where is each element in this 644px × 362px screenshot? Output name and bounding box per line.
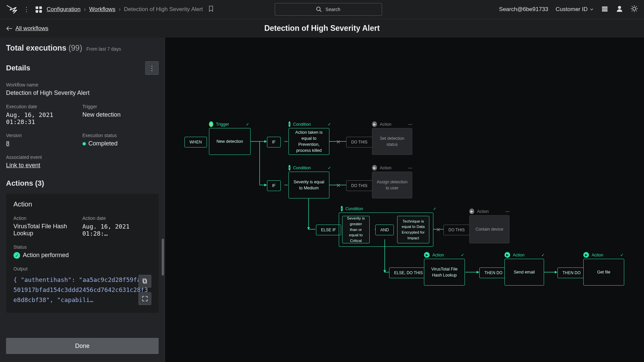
svg-point-5 [618,6,621,9]
expand-output-button[interactable] [139,292,151,305]
exec-status-label: Execution status [83,133,159,138]
node-cond3b[interactable]: Technique is equal to Data Encrypted for… [397,216,429,243]
node-header-cond1: ≡ Condition ✓ [288,121,329,127]
global-search-input[interactable]: Search [275,3,382,16]
node-header-cond2: ≡ Condition ✓ [288,165,329,171]
then-do-pill-1[interactable]: THEN DO [479,267,507,278]
action-icon: ▶ [424,252,430,258]
brand-logo-icon[interactable] [6,5,17,14]
status-dot-icon [83,142,86,145]
top-menu-dots-icon[interactable]: ⋮ [22,6,31,13]
search-icon [316,6,322,12]
do-this-pill-1[interactable]: DO THIS [346,137,372,147]
x-icon: ✕ [336,139,340,145]
dash-icon: — [505,209,509,214]
done-button[interactable]: Done [6,338,159,354]
condition-icon: ≡ [341,206,343,212]
condition-icon: ≡ [288,165,290,171]
page-header-bar: All workflows Detection of High Severity… [0,19,644,38]
check-icon: ✓ [246,122,249,127]
action-icon: ▶ [372,121,377,127]
exec-status-value: Completed [83,140,159,147]
theme-toggle-icon[interactable] [631,5,638,14]
node-header-act2: ▶ Action — [372,165,412,171]
bolt-icon: ⚡ [209,121,213,127]
bookmark-icon[interactable] [208,6,214,13]
back-link[interactable]: All workflows [6,25,48,32]
customer-id-dropdown[interactable]: Customer ID [556,6,594,13]
user-avatar-icon[interactable] [616,5,623,14]
details-sidebar: Total executions (99) From last 7 days D… [0,38,165,362]
do-this-pill-3[interactable]: DO THIS [443,225,470,235]
svg-line-11 [632,6,633,7]
node-cond2[interactable]: Severity is equal to Medium [288,172,329,198]
version-label: Version [6,133,83,138]
check-icon: ✓ [433,206,436,211]
node-header-act5: ▶ Action ✓ [504,252,545,258]
details-heading: Details [6,64,30,72]
copy-output-button[interactable] [139,275,151,288]
workflow-name-value: Detection of High Severity Alert [6,89,159,97]
node-act5[interactable]: Send email [504,259,544,286]
svg-rect-4 [602,10,608,11]
node-header-trigger: ⚡ Trigger ✓ [209,121,249,127]
node-header-cond3: ≡ Condition ✓ [341,206,431,212]
node-act1[interactable]: Set detection status [372,128,412,155]
and-pill[interactable]: AND [375,225,394,235]
svg-point-0 [317,7,320,11]
node-header-act3: ▶ Action — [469,208,509,214]
else-do-this-pill[interactable]: ELSE, DO THIS [389,267,428,278]
check-icon: ✓ [461,253,464,257]
svg-marker-37 [383,270,386,273]
scrollbar-thumb[interactable] [162,239,164,276]
then-do-pill-2[interactable]: THEN DO [557,267,586,278]
node-header-act6: ▶ Action ✓ [583,252,624,258]
node-act3[interactable]: Contain device [469,215,509,243]
node-cond1[interactable]: Action taken is equal to Prevention, pro… [288,128,329,155]
chevron-right-icon: › [119,6,121,13]
top-right-controls: Search@6be91733 Customer ID [499,5,638,14]
total-executions: Total executions (99) From last 7 days [6,44,159,53]
svg-marker-41 [477,271,479,274]
node-cond3a[interactable]: Severity is greater than or equal to Cri… [342,216,370,243]
workflow-name-label: Workflow name [6,82,159,87]
svg-marker-44 [555,271,557,274]
connectors [165,38,644,362]
condition-icon: ≡ [288,121,290,127]
top-bar: ⋮ Configuration › Workflows › Detection … [0,0,644,19]
action-icon: ▶ [583,252,589,258]
action-card: Action Action VirusTotal File Hash Looku… [6,194,159,313]
action-icon: ▶ [469,208,474,214]
action-icon: ▶ [372,165,377,171]
x-icon: ✕ [336,182,340,189]
search-context-label: Search@6be91733 [499,6,548,13]
svg-line-13 [632,10,633,11]
svg-line-12 [636,10,637,11]
stack-icon[interactable] [601,5,608,14]
do-this-pill-2[interactable]: DO THIS [346,180,372,191]
workflow-canvas[interactable]: ⚡ Trigger ✓ WHEN New detection IF ≡ Cond… [165,38,644,362]
node-act4[interactable]: VirusTotal File Hash Lookup [424,259,465,286]
if-pill-1[interactable]: IF [267,137,281,147]
action-output-code: { "authentihash": "aa5ac9c2d28f59fa9a501… [13,275,151,305]
svg-marker-24 [264,184,267,186]
if-pill-2[interactable]: IF [267,180,281,191]
all-workflows-link[interactable]: All workflows [15,25,48,32]
check-icon: ✓ [328,122,331,127]
node-act6[interactable]: Get file [583,259,624,286]
version-link[interactable]: 8 [6,140,9,147]
dash-icon: — [408,122,412,127]
check-circle-icon: ✓ [13,252,20,259]
assoc-event-label: Associated event [6,155,159,160]
node-header-act1: ▶ Action — [372,121,412,127]
assoc-event-link[interactable]: Link to event [6,162,40,169]
elseif-pill[interactable]: ELSE IF [316,225,341,235]
when-pill[interactable]: WHEN [184,137,207,147]
app-switcher-icon[interactable] [36,6,42,13]
details-menu-button[interactable]: ⋮ [145,61,159,75]
node-trigger[interactable]: New detection [209,128,251,155]
node-act2[interactable]: Assign detection to user [372,172,412,198]
breadcrumb-configuration[interactable]: Configuration [47,6,80,13]
breadcrumb-workflows[interactable]: Workflows [89,6,115,13]
svg-line-14 [636,6,637,7]
